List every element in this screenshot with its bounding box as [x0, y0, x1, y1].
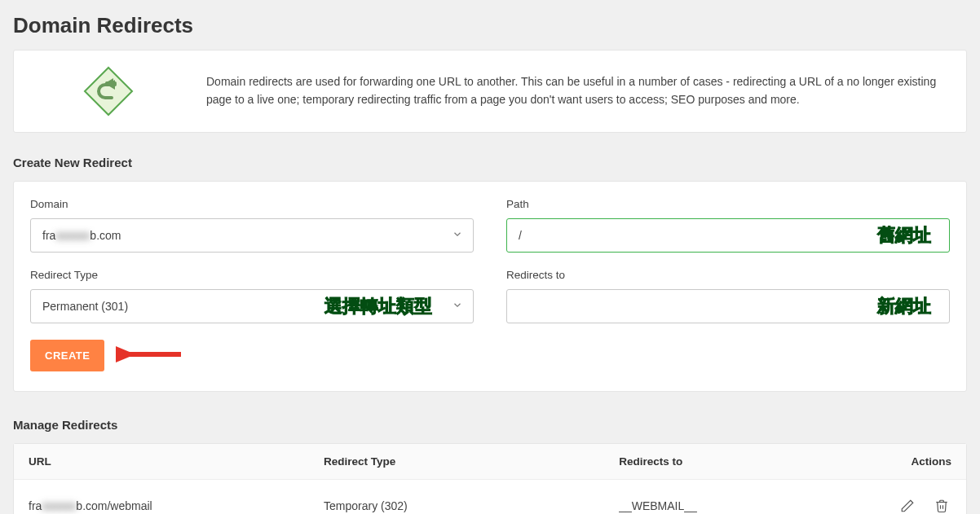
arrow-annotation-icon — [116, 342, 186, 370]
domain-label: Domain — [30, 198, 474, 210]
table-row: fraxxxxxxb.com/webmail Temporary (302) _… — [14, 480, 966, 515]
domain-field: Domain fraxxxxxxb.com — [30, 198, 474, 253]
intro-card: Domain redirects are used for forwarding… — [13, 50, 967, 133]
redirect-icon — [35, 65, 182, 117]
redirects-to-annotation: 新網址 — [877, 294, 931, 319]
redirect-type-annotation: 選擇轉址類型 — [324, 294, 432, 319]
col-to: Redirects to — [604, 444, 852, 480]
redirect-type-select[interactable]: Permanent (301) 選擇轉址類型 — [30, 289, 474, 323]
cell-url-suffix: b.com/webmail — [76, 499, 152, 512]
cell-url-obscured: xxxxxx — [42, 499, 76, 512]
path-annotation: 舊網址 — [877, 223, 931, 248]
manage-section-title: Manage Redirects — [13, 418, 967, 432]
redirects-to-label: Redirects to — [506, 269, 950, 281]
redirect-type-field: Redirect Type Permanent (301) 選擇轉址類型 — [30, 269, 474, 323]
redirects-to-field: Redirects to 新網址 — [506, 269, 950, 323]
redirects-to-input[interactable]: 新網址 — [506, 289, 950, 323]
edit-icon[interactable] — [898, 496, 917, 514]
path-input[interactable]: / 舊網址 — [506, 218, 950, 253]
cell-to: __WEBMAIL__ — [604, 480, 852, 515]
path-label: Path — [506, 198, 950, 210]
redirect-type-value: Permanent (301) — [42, 300, 128, 313]
chevron-down-icon — [452, 300, 463, 314]
col-type: Redirect Type — [309, 444, 604, 480]
domain-select[interactable]: fraxxxxxxb.com — [30, 218, 474, 253]
svg-marker-0 — [85, 68, 132, 115]
redirects-table: URL Redirect Type Redirects to Actions f… — [14, 444, 966, 514]
cell-url-prefix: fra — [29, 499, 42, 512]
intro-text: Domain redirects are used for forwarding… — [206, 73, 945, 108]
domain-value-suffix: b.com — [90, 229, 121, 242]
cell-actions — [852, 480, 966, 515]
domain-value-obscured: xxxxxx — [55, 229, 90, 242]
create-button[interactable]: CREATE — [30, 340, 104, 371]
col-url: URL — [14, 444, 309, 480]
cell-type: Temporary (302) — [309, 480, 604, 515]
page-title: Domain Redirects — [13, 13, 967, 38]
redirect-type-label: Redirect Type — [30, 269, 474, 281]
chevron-down-icon — [452, 229, 463, 243]
manage-table-card: URL Redirect Type Redirects to Actions f… — [13, 443, 967, 514]
path-field: Path / 舊網址 — [506, 198, 950, 253]
path-value: / — [519, 229, 522, 242]
col-actions: Actions — [852, 444, 966, 480]
create-section-title: Create New Redirect — [13, 156, 967, 169]
cell-url: fraxxxxxxb.com/webmail — [14, 480, 309, 515]
domain-value-prefix: fra — [42, 229, 55, 242]
trash-icon[interactable] — [932, 496, 951, 514]
create-form: Domain fraxxxxxxb.com Path / 舊網址 Redirec… — [13, 181, 967, 392]
